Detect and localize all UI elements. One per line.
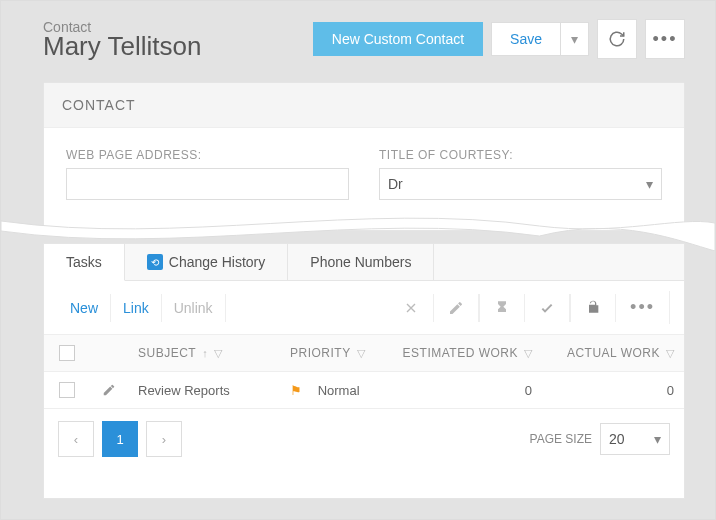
chevron-left-icon: ‹ bbox=[74, 432, 78, 447]
pencil-icon bbox=[448, 300, 464, 316]
edit-button[interactable] bbox=[434, 294, 479, 322]
filter-icon[interactable]: ▽ bbox=[357, 347, 365, 360]
col-actual[interactable]: ACTUAL WORK bbox=[567, 346, 660, 360]
link-button[interactable]: Link bbox=[111, 294, 162, 322]
more-icon: ••• bbox=[653, 29, 678, 50]
sort-asc-icon[interactable]: ↑ bbox=[202, 347, 208, 359]
filter-icon[interactable]: ▽ bbox=[524, 347, 532, 360]
new-button[interactable]: New bbox=[58, 294, 111, 322]
row-edit-button[interactable] bbox=[102, 383, 116, 397]
row-checkbox[interactable] bbox=[59, 382, 75, 398]
delete-button[interactable] bbox=[389, 294, 434, 322]
record-title: Mary Tellitson bbox=[43, 31, 313, 62]
filter-icon[interactable]: ▽ bbox=[214, 347, 222, 360]
tab-tasks[interactable]: Tasks bbox=[44, 244, 125, 281]
save-button[interactable]: Save bbox=[491, 22, 561, 56]
table-row[interactable]: Review Reports ⚑ Normal 0 0 bbox=[44, 372, 684, 409]
select-all-checkbox[interactable] bbox=[59, 345, 75, 361]
section-header: CONTACT bbox=[44, 83, 684, 128]
check-icon bbox=[539, 300, 555, 316]
filter-icon[interactable]: ▽ bbox=[666, 347, 674, 360]
cell-priority: Normal bbox=[318, 383, 360, 398]
next-page-button[interactable]: › bbox=[146, 421, 182, 457]
page-size-select[interactable]: 20 ▾ bbox=[600, 423, 670, 455]
col-subject[interactable]: SUBJECT bbox=[138, 346, 196, 360]
grid-more-button[interactable]: ••• bbox=[616, 291, 670, 324]
refresh-icon bbox=[608, 30, 626, 48]
more-actions-button[interactable]: ••• bbox=[645, 19, 685, 59]
page-1-button[interactable]: 1 bbox=[102, 421, 138, 457]
cell-actual: 0 bbox=[542, 373, 684, 408]
chevron-down-icon: ▾ bbox=[646, 176, 653, 192]
col-priority[interactable]: PRIORITY bbox=[290, 346, 351, 360]
prev-page-button[interactable]: ‹ bbox=[58, 421, 94, 457]
hourglass-button[interactable] bbox=[479, 294, 525, 322]
cell-subject: Review Reports bbox=[128, 373, 280, 408]
title-courtesy-select[interactable]: Dr ▾ bbox=[379, 168, 662, 200]
title-courtesy-value: Dr bbox=[388, 176, 403, 192]
chevron-down-icon: ▾ bbox=[654, 431, 661, 447]
tab-change-history[interactable]: ⟲ Change History bbox=[125, 244, 289, 280]
cell-estimated: 0 bbox=[386, 373, 542, 408]
unlock-icon bbox=[585, 300, 601, 316]
change-history-icon: ⟲ bbox=[147, 254, 163, 270]
flag-icon: ⚑ bbox=[290, 383, 302, 398]
chevron-down-icon: ▾ bbox=[571, 31, 578, 47]
tab-phone-numbers[interactable]: Phone Numbers bbox=[288, 244, 434, 280]
save-dropdown-button[interactable]: ▾ bbox=[561, 22, 589, 56]
page-size-label: PAGE SIZE bbox=[530, 432, 592, 446]
check-button[interactable] bbox=[525, 294, 570, 322]
web-page-label: WEB PAGE ADDRESS: bbox=[66, 148, 349, 162]
chevron-right-icon: › bbox=[162, 432, 166, 447]
col-estimated[interactable]: ESTIMATED WORK bbox=[403, 346, 518, 360]
lock-button[interactable] bbox=[570, 294, 616, 322]
unlink-button[interactable]: Unlink bbox=[162, 294, 226, 322]
new-custom-contact-button[interactable]: New Custom Contact bbox=[313, 22, 483, 56]
more-icon: ••• bbox=[630, 297, 655, 317]
refresh-button[interactable] bbox=[597, 19, 637, 59]
web-page-input[interactable] bbox=[66, 168, 349, 200]
title-courtesy-label: TITLE OF COURTESY: bbox=[379, 148, 662, 162]
close-icon bbox=[403, 300, 419, 316]
hourglass-icon bbox=[494, 300, 510, 316]
